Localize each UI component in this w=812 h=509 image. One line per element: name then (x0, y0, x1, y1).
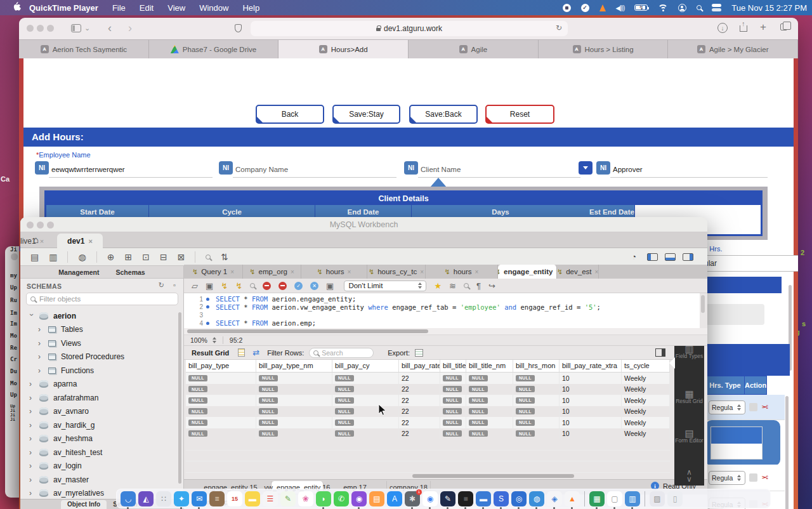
grid-column-header[interactable]: bill_pay_cy (332, 360, 399, 372)
preferences-icon[interactable]: ◔ (631, 252, 636, 261)
close-icon[interactable]: × (230, 268, 234, 275)
control-center-icon[interactable] (712, 4, 721, 11)
battery-icon[interactable]: ↯ (634, 4, 648, 11)
commit-icon[interactable]: ✓ (294, 282, 303, 290)
zoom-level[interactable]: 100% (190, 336, 207, 344)
schema-item[interactable]: › av_heshma (20, 432, 179, 446)
stop-icon[interactable] (263, 282, 271, 290)
grid-cell[interactable]: NULL (466, 373, 513, 384)
grid-column-header[interactable]: bill_title (440, 360, 466, 372)
stop-on-error-icon[interactable] (278, 282, 287, 290)
stepper-icon[interactable] (213, 337, 216, 343)
close-icon[interactable]: × (420, 268, 424, 275)
grid-cell[interactable]: NULL (332, 395, 399, 406)
privacy-shield-icon[interactable] (235, 24, 242, 32)
refresh-icon[interactable]: ⇄ (252, 348, 259, 357)
save-script-icon[interactable]: ▣ (206, 281, 213, 291)
schema-filter[interactable] (26, 293, 178, 305)
beautify-icon[interactable]: ★ (434, 281, 442, 291)
grid-cell[interactable]: NULL (440, 373, 466, 384)
apple-icon[interactable] (13, 2, 21, 12)
close-icon[interactable]: × (595, 268, 599, 275)
editor-scrollbar[interactable] (701, 295, 705, 313)
chevron-down-icon[interactable]: ⌄ (84, 24, 90, 32)
wrap-text-icon[interactable]: ↪ (488, 281, 495, 291)
chevron-icon[interactable]: › (38, 352, 43, 361)
active-app-name[interactable]: QuickTime Player (29, 3, 98, 13)
downloads-icon[interactable]: ↓ (717, 23, 728, 33)
sql-editor[interactable]: 1SELECT * FROM aerion.engage_entity;2SEL… (184, 293, 700, 328)
dock-icon-cam-app[interactable]: ◎ (511, 491, 527, 506)
chevron-icon[interactable]: › (27, 314, 36, 319)
dock-icon-pen-app[interactable]: ✎ (280, 491, 296, 506)
grid-cell[interactable]: NULL (186, 417, 256, 428)
grid-row[interactable]: NULLNULLNULL22NULLNULLNULL10Weekly (186, 373, 670, 384)
chevron-icon[interactable]: › (29, 448, 34, 457)
grid-row[interactable]: NULLNULLNULL22NULLNULLNULL10Weekly (186, 395, 670, 406)
back-icon[interactable]: ‹ (108, 22, 112, 35)
screen-record-icon[interactable] (563, 4, 571, 12)
grid-cell[interactable]: NULL (440, 384, 466, 395)
chevron-icon[interactable]: › (29, 421, 34, 430)
grid-cell[interactable]: NULL (186, 395, 256, 406)
query-tab[interactable]: ↯ Query 1 × (184, 265, 243, 279)
grid-cell[interactable]: NULL (186, 406, 256, 418)
dock-icon-text-doc[interactable]: ▢ (607, 491, 622, 506)
grid-hscrollbar[interactable] (184, 473, 674, 479)
grid-cell[interactable]: NULL (440, 406, 466, 418)
grid-cell[interactable]: NULL (332, 428, 399, 440)
grid-cell[interactable]: NULL (256, 428, 332, 440)
grid-cell[interactable]: NULL (513, 384, 560, 395)
approver-field[interactable]: Approver (610, 161, 768, 178)
schema-child-item[interactable]: › Functions (20, 364, 179, 378)
volume-icon[interactable]: ◀))) (616, 4, 625, 11)
object-info-tab[interactable]: Object Info (61, 500, 107, 509)
schema-item[interactable]: › av_avnaro (20, 405, 179, 419)
dock-icon-chrome[interactable]: ◉ (422, 491, 438, 506)
grid-cell[interactable]: NULL (466, 406, 513, 418)
grid-cell[interactable]: NULL (466, 417, 513, 428)
close-icon[interactable]: × (40, 237, 44, 245)
grid-cell[interactable]: 10 (560, 417, 622, 428)
grid-cell[interactable]: 10 (560, 373, 622, 384)
browser-tab[interactable]: A Agile (409, 40, 539, 58)
dock-icon-finder[interactable]: ◡ (121, 491, 136, 506)
close-icon[interactable]: × (475, 268, 479, 275)
grid-cell[interactable]: NULL (332, 406, 399, 418)
dock-icon-vlc[interactable]: ▲ (565, 491, 580, 506)
client-name-field[interactable]: Client Name (418, 161, 580, 178)
vlc-status-icon[interactable] (599, 4, 606, 11)
schema-item[interactable]: › aparna (20, 378, 179, 392)
action-button[interactable]: Save:Stay (332, 105, 400, 124)
create-schema-icon[interactable]: ⊕ (107, 252, 115, 262)
refresh-schemas-icon[interactable]: ↻ (159, 281, 164, 289)
grid-cell[interactable]: NULL (256, 417, 332, 428)
wifi-icon[interactable] (658, 4, 668, 11)
chevron-icon[interactable]: › (38, 339, 43, 348)
query-tab[interactable]: ↯ hours × (301, 265, 367, 279)
chevron-icon[interactable]: › (29, 380, 34, 388)
address-bar[interactable]: dev1.atguru.work ↻ (251, 21, 568, 36)
browser-tab[interactable]: A Hours>Add (278, 40, 409, 58)
company-name-field[interactable]: Company Name (233, 161, 396, 178)
grid-cell[interactable]: 22 (399, 373, 440, 384)
dock-icon-mail[interactable]: ✉ (192, 491, 207, 506)
grid-row[interactable]: NULLNULLNULL22NULLNULLNULL10Weekly (186, 428, 670, 440)
browser-tab[interactable]: A Aerion Tech Saymentic (19, 40, 149, 58)
dock-icon-black-app[interactable]: ■ (458, 491, 473, 506)
result-view-option[interactable]: ▤ Form Editor (674, 426, 704, 444)
grid-cell[interactable]: NULL (513, 373, 560, 384)
invisible-chars-icon[interactable]: ¶ (476, 281, 481, 291)
grid-column-header[interactable]: bill_pay_rate (399, 360, 440, 372)
grid-cell[interactable]: 22 (399, 395, 440, 406)
action-button[interactable]: Back (256, 105, 324, 124)
schema-child-item[interactable]: › Views (20, 336, 179, 350)
menu-item[interactable]: Edit (140, 3, 154, 13)
dock-icon-calendar[interactable]: 15 (227, 491, 242, 506)
grid-cell[interactable]: NULL (186, 384, 256, 395)
sql-line[interactable]: 4SELECT * FROM aerion.emp; (184, 319, 700, 327)
dock-icon-books[interactable]: ▤ (369, 491, 384, 506)
grid-column-header[interactable]: bill_title_nm (466, 360, 513, 372)
row-checkbox[interactable] (749, 403, 757, 411)
rollback-icon[interactable]: ✕ (310, 282, 318, 290)
